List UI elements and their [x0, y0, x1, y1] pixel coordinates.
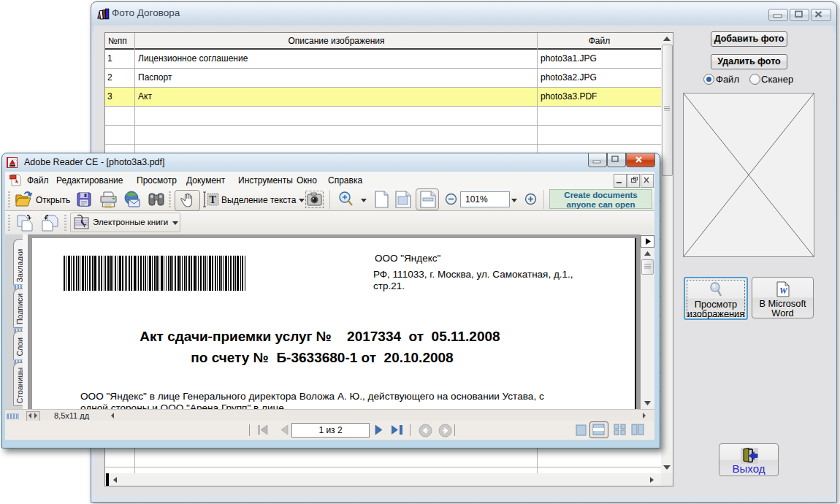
svg-text:T: T [210, 194, 217, 205]
svg-text:W: W [779, 286, 788, 296]
